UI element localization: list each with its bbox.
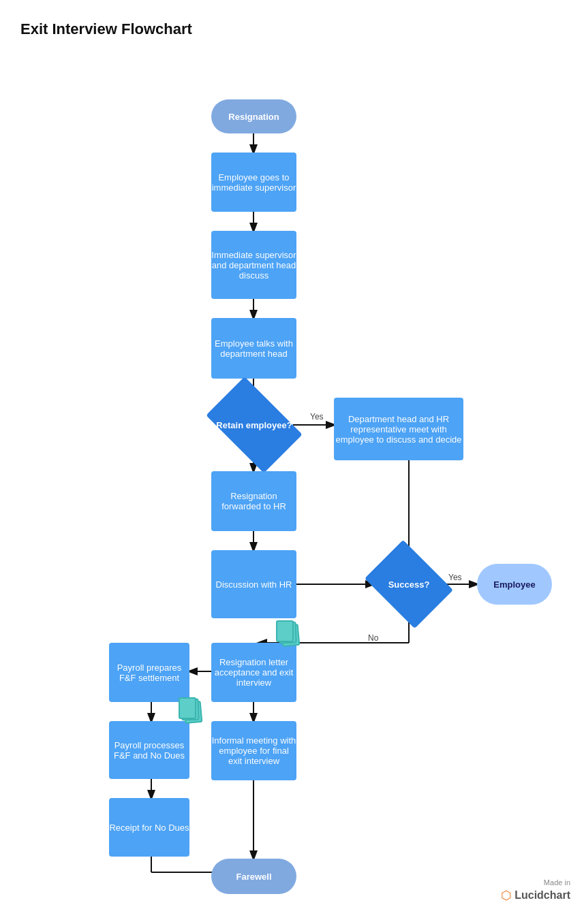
- talks-dept-head-node: Employee talks with department head: [211, 318, 296, 379]
- informal-meeting-node: Informal meeting with employee for final…: [211, 721, 296, 780]
- flowchart-container: Yes No Yes No Resignation Employee goes …: [0, 45, 584, 917]
- doc-icon-resignation: [276, 620, 302, 648]
- yes-label-retain: Yes: [310, 412, 324, 421]
- resignation-letter-node: Resignation letter acceptance and exit i…: [211, 643, 296, 702]
- discussion-hr-node: Discussion with HR: [211, 550, 296, 618]
- success-label: Success?: [388, 579, 430, 590]
- brand-container: ⬡ Lucidchart: [501, 888, 570, 903]
- yes-label-success: Yes: [448, 573, 462, 582]
- payroll-ff-node: Payroll prepares F&F settlement: [109, 643, 189, 702]
- brand-name: Lucidchart: [514, 889, 570, 902]
- lucidchart-icon: ⬡: [501, 888, 512, 903]
- payroll-process-node: Payroll processes F&F and No Dues: [109, 721, 189, 779]
- farewell-node: Farewell: [211, 859, 296, 894]
- resignation-node: Resignation: [211, 99, 296, 133]
- forwarded-hr-node: Resignation forwarded to HR: [211, 471, 296, 531]
- page-title: Exit Interview Flowchart: [0, 0, 584, 38]
- doc-icon-payroll: [179, 697, 204, 724]
- dept-hr-meet-node: Department head and HR representative me…: [334, 398, 463, 460]
- lucidchart-badge: Made in ⬡ Lucidchart: [501, 878, 570, 903]
- employee-oval-node: Employee: [477, 564, 552, 605]
- goes-to-supervisor-node: Employee goes to immediate supervisor: [211, 153, 296, 212]
- no-label-success: No: [368, 633, 379, 643]
- made-in-label: Made in: [544, 878, 570, 887]
- success-diamond: Success?: [373, 557, 444, 611]
- retain-employee-label: Retain employee?: [216, 420, 292, 430]
- supervisor-discuss-node: Immediate supervisor and department head…: [211, 231, 296, 299]
- receipt-no-dues-node: Receipt for No Dues: [109, 798, 189, 857]
- retain-employee-diamond: Retain employee?: [213, 398, 295, 452]
